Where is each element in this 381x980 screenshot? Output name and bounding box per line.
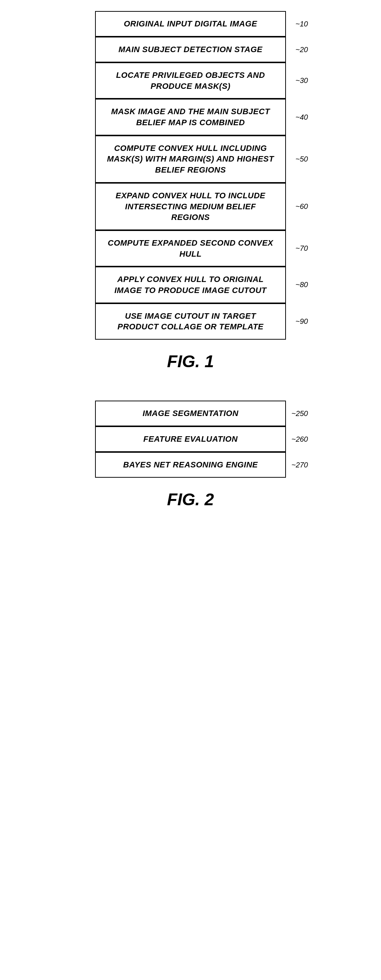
flow-box-250: IMAGE SEGMENTATION — [95, 401, 286, 426]
flow-box-text-10: ORIGINAL INPUT DIGITAL IMAGE — [124, 18, 257, 29]
flow-box-text-270: BAYES NET REASONING ENGINE — [123, 459, 258, 470]
flow-box-text-80: APPLY CONVEX HULL TO ORIGINAL IMAGE TO P… — [105, 274, 276, 296]
flow-box-wrapper-30: LOCATE PRIVILEGED OBJECTS AND PRODUCE MA… — [51, 62, 330, 99]
flow-box-text-70: COMPUTE EXPANDED SECOND CONVEX HULL — [105, 237, 276, 259]
ref-label-90: 90 — [295, 317, 308, 326]
flow-box-70: COMPUTE EXPANDED SECOND CONVEX HULL — [95, 230, 286, 267]
flow-box-text-50: COMPUTE CONVEX HULL INCLUDING MASK(S) WI… — [105, 143, 276, 175]
flow-box-text-30: LOCATE PRIVILEGED OBJECTS AND PRODUCE MA… — [105, 70, 276, 91]
flow-box-text-60: EXPAND CONVEX HULL TO INCLUDE INTERSECTI… — [105, 190, 276, 223]
ref-label-60: 60 — [295, 202, 308, 211]
fig1-flowchart: ORIGINAL INPUT DIGITAL IMAGE10 MAIN SUBJ… — [51, 11, 330, 340]
flow-box-wrapper-90: USE IMAGE CUTOUT IN TARGET PRODUCT COLLA… — [51, 303, 330, 340]
flow-box-wrapper-260: FEATURE EVALUATION260 — [51, 426, 330, 452]
flow-box-60: EXPAND CONVEX HULL TO INCLUDE INTERSECTI… — [95, 183, 286, 230]
flow-box-text-20: MAIN SUBJECT DETECTION STAGE — [119, 44, 263, 55]
flow-box-90: USE IMAGE CUTOUT IN TARGET PRODUCT COLLA… — [95, 303, 286, 340]
flow-box-50: COMPUTE CONVEX HULL INCLUDING MASK(S) WI… — [95, 135, 286, 183]
flow-box-20: MAIN SUBJECT DETECTION STAGE — [95, 37, 286, 62]
ref-label-50: 50 — [295, 155, 308, 163]
fig2-flowchart: IMAGE SEGMENTATION250 FEATURE EVALUATION… — [51, 401, 330, 478]
flow-box-270: BAYES NET REASONING ENGINE — [95, 452, 286, 478]
flow-box-10: ORIGINAL INPUT DIGITAL IMAGE — [95, 11, 286, 37]
ref-label-270: 270 — [291, 461, 308, 469]
ref-label-260: 260 — [291, 435, 308, 444]
ref-label-70: 70 — [295, 244, 308, 253]
ref-label-20: 20 — [295, 46, 308, 54]
flow-box-wrapper-50: COMPUTE CONVEX HULL INCLUDING MASK(S) WI… — [51, 135, 330, 183]
flow-box-text-250: IMAGE SEGMENTATION — [143, 408, 238, 419]
flow-box-wrapper-270: BAYES NET REASONING ENGINE270 — [51, 452, 330, 478]
flow-box-wrapper-70: COMPUTE EXPANDED SECOND CONVEX HULL70 — [51, 230, 330, 267]
fig1-label: FIG. 1 — [167, 352, 214, 371]
flow-box-wrapper-10: ORIGINAL INPUT DIGITAL IMAGE10 — [51, 11, 330, 37]
flow-box-wrapper-250: IMAGE SEGMENTATION250 — [51, 401, 330, 426]
fig2-section: IMAGE SEGMENTATION250 FEATURE EVALUATION… — [51, 401, 330, 517]
flow-box-wrapper-80: APPLY CONVEX HULL TO ORIGINAL IMAGE TO P… — [51, 267, 330, 303]
ref-label-40: 40 — [295, 113, 308, 121]
fig1-section: ORIGINAL INPUT DIGITAL IMAGE10 MAIN SUBJ… — [51, 11, 330, 379]
ref-label-80: 80 — [295, 280, 308, 289]
ref-label-250: 250 — [291, 409, 308, 418]
ref-label-30: 30 — [295, 76, 308, 85]
flow-box-wrapper-60: EXPAND CONVEX HULL TO INCLUDE INTERSECTI… — [51, 183, 330, 230]
ref-label-10: 10 — [295, 20, 308, 28]
flow-box-wrapper-20: MAIN SUBJECT DETECTION STAGE20 — [51, 37, 330, 62]
flow-box-260: FEATURE EVALUATION — [95, 426, 286, 452]
flow-box-30: LOCATE PRIVILEGED OBJECTS AND PRODUCE MA… — [95, 62, 286, 99]
flow-box-80: APPLY CONVEX HULL TO ORIGINAL IMAGE TO P… — [95, 267, 286, 303]
flow-box-40: MASK IMAGE AND THE MAIN SUBJECT BELIEF M… — [95, 99, 286, 135]
flow-box-text-90: USE IMAGE CUTOUT IN TARGET PRODUCT COLLA… — [105, 311, 276, 332]
flow-box-wrapper-40: MASK IMAGE AND THE MAIN SUBJECT BELIEF M… — [51, 99, 330, 135]
fig2-label: FIG. 2 — [167, 490, 214, 509]
flow-box-text-40: MASK IMAGE AND THE MAIN SUBJECT BELIEF M… — [105, 106, 276, 128]
flow-box-text-260: FEATURE EVALUATION — [143, 434, 238, 445]
